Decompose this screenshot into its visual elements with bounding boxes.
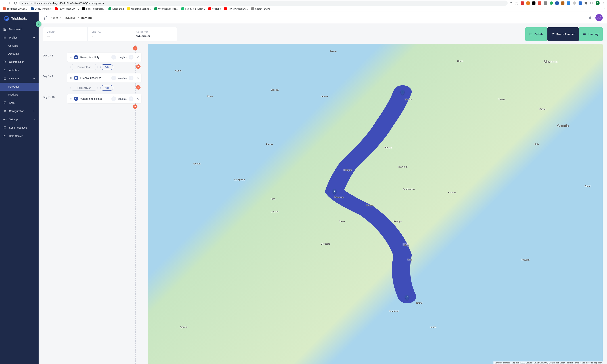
transport-type-pill[interactable]: PersonalCar (70, 85, 98, 91)
tab-route-planner[interactable]: Route Planner (547, 27, 579, 41)
breadcrumb-packages[interactable]: Packages (64, 16, 76, 19)
map-place-label: Arezzo (366, 204, 373, 207)
bookmark-item[interactable]: Mailchimp Dashbo… (126, 7, 152, 11)
kebab-menu-icon[interactable] (602, 2, 605, 5)
bookmark-item[interactable]: Leads chart (107, 7, 125, 11)
remove-stop-button[interactable]: ✕ (136, 76, 139, 80)
sidebar-collapse-button[interactable] (36, 21, 41, 27)
sidebar-item-products[interactable]: Products (0, 91, 39, 99)
browser-url-bar[interactable]: app.dev.tripmatrix.com/packages/IG-dUPlU… (19, 0, 508, 6)
content: Duration10Calc PAX2Selling Price€3,864.0… (39, 24, 607, 364)
svg-point-13 (5, 111, 6, 112)
sidebar-item-opportunities[interactable]: Opportunities (0, 58, 39, 66)
svg-rect-7 (5, 30, 6, 31)
extension-icon[interactable] (567, 1, 570, 5)
stat-label: Duration (47, 31, 83, 33)
bookmark-label: YouTube (212, 8, 221, 10)
browser-reload-button[interactable] (13, 1, 17, 5)
star-icon[interactable] (515, 2, 518, 5)
increase-nights-button[interactable]: + (129, 96, 134, 101)
map-pin-C[interactable]: C (401, 90, 405, 95)
extension-icon[interactable] (573, 1, 576, 5)
map-panel[interactable]: Keyboard shortcuts Map data ©2022 GeoBas… (148, 44, 603, 364)
map-keyboard-shortcuts[interactable]: Keyboard shortcuts (495, 362, 510, 364)
extension-icon[interactable] (555, 1, 559, 5)
bookmark-item[interactable]: The Best SEO Con… (2, 7, 29, 11)
bookmark-item[interactable]: Web Updates Prio… (153, 7, 179, 11)
sidebar-item-dashboard[interactable]: Dashboard (0, 25, 39, 33)
profile-avatar[interactable]: A (596, 1, 600, 5)
svg-point-16 (44, 18, 45, 19)
nights-count: 2 nights (118, 56, 127, 59)
stat-value: €3,864.00 (136, 34, 173, 38)
user-avatar[interactable]: MLČ (595, 14, 603, 21)
tab-itinerary[interactable]: Itinerary (579, 27, 603, 41)
extension-icon[interactable] (561, 1, 565, 5)
add-transport-button[interactable]: Add (100, 65, 113, 70)
add-stop-bottom-button[interactable]: + (133, 104, 137, 109)
sidebar-item-inventory[interactable]: Inventory (0, 74, 39, 83)
sidebar-item-configuration[interactable]: Configuration (0, 107, 39, 115)
bookmark-item[interactable]: Solo: Registracija… (81, 7, 106, 11)
transport-type-pill[interactable]: PersonalCar (70, 64, 98, 70)
extension-icon[interactable] (550, 1, 553, 5)
drag-handle-icon[interactable]: = (70, 76, 72, 80)
sidebar-item-contacts[interactable]: Contacts (0, 42, 39, 50)
app-logo[interactable]: TripMatrix (0, 14, 39, 25)
extension-icon[interactable] (532, 1, 536, 5)
map-report[interactable]: Report a map error (586, 362, 602, 364)
sidebar-item-activities[interactable]: Activities (0, 66, 39, 74)
decrease-nights-button[interactable]: − (111, 76, 116, 80)
map-pin-B[interactable]: B (333, 189, 337, 194)
remove-stop-button[interactable]: ✕ (136, 55, 139, 59)
sidebar-item-accounts[interactable]: Accounts (0, 50, 39, 58)
sidebar-item-help-center[interactable]: Help Center (0, 132, 39, 140)
bookmark-item[interactable]: How to Create a C… (223, 7, 249, 11)
map-place-label: Siena (339, 220, 345, 223)
bookmark-item[interactable]: NEW Yoast SEO T… (54, 7, 80, 11)
increase-nights-button[interactable]: + (129, 55, 134, 60)
browser-back-button[interactable] (2, 1, 6, 5)
bookmark-item[interactable]: YouTube (207, 7, 222, 11)
bookmark-item[interactable]: DeepL Translator (30, 7, 53, 11)
notifications-bell-icon[interactable] (588, 16, 592, 20)
decrease-nights-button[interactable]: − (111, 96, 116, 101)
add-stop-top-button[interactable]: + (133, 46, 137, 51)
extension-icon[interactable] (538, 1, 541, 5)
drag-handle-icon[interactable]: = (70, 55, 72, 59)
share-icon[interactable] (509, 2, 513, 5)
add-transport-button[interactable]: Add (100, 85, 113, 91)
extensions-puzzle-icon[interactable] (584, 2, 587, 5)
sidebar-item-packages[interactable]: Packages (0, 83, 39, 91)
map-place-label: Livorno (271, 210, 279, 213)
tab-label: Details (534, 33, 543, 36)
extension-icon[interactable] (579, 1, 582, 5)
bookmark-item[interactable]: Search - Swivle (250, 7, 271, 11)
decrease-nights-button[interactable]: − (111, 55, 116, 60)
side-panel-icon[interactable] (590, 2, 593, 5)
sidebar-item-send-feedback[interactable]: Send Feedback (0, 124, 39, 132)
drag-handle-icon[interactable]: = (70, 97, 72, 101)
sidebar-item-settings[interactable]: Settings (0, 115, 39, 124)
stop-card: = A Roma, Rim, Italija − 2 nights + ✕ (67, 53, 141, 62)
chevron-right-icon (33, 110, 35, 112)
topbar: Home Packages Italy Trip MLČ (39, 12, 607, 24)
add-stop-between-button[interactable]: + (136, 65, 141, 69)
sidebar-item-profiles[interactable]: Profiles (0, 33, 39, 42)
bookmark-item[interactable]: Fiverr / toni_lupier… (180, 7, 206, 11)
lock-icon (21, 2, 24, 4)
sidebar-item-cms[interactable]: CMS (0, 99, 39, 107)
chevron-down-icon (33, 77, 35, 80)
map-terms[interactable]: Terms of Use (574, 362, 585, 364)
browser-forward-button[interactable] (8, 1, 12, 5)
extension-icon[interactable] (521, 1, 524, 5)
breadcrumb-home[interactable]: Home (51, 16, 58, 19)
add-stop-between-button[interactable]: + (136, 85, 141, 90)
tab-details[interactable]: Details (525, 27, 547, 41)
remove-stop-button[interactable]: ✕ (136, 97, 139, 101)
bookmarks-overflow[interactable]: » (604, 8, 605, 10)
extension-icon[interactable] (526, 1, 530, 5)
extension-icon[interactable] (544, 1, 547, 5)
map-pin-A[interactable]: A (405, 295, 409, 300)
increase-nights-button[interactable]: + (129, 76, 134, 80)
